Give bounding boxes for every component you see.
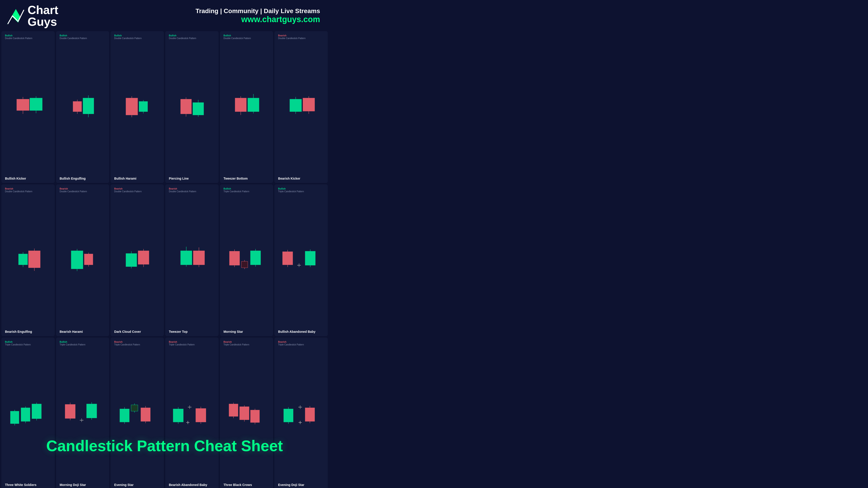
card-title: Morning Star bbox=[223, 330, 243, 333]
card-bullish-abandoned-baby: Bullish Triple Candlestick Pattern Bulli… bbox=[274, 184, 328, 336]
candle-area bbox=[114, 40, 160, 180]
svg-rect-86 bbox=[32, 404, 41, 419]
svg-rect-33 bbox=[290, 99, 302, 111]
svg-rect-80 bbox=[10, 411, 19, 424]
svg-rect-6 bbox=[30, 98, 42, 110]
card-label-type: Bullish bbox=[169, 34, 215, 37]
card-label-type: Bullish bbox=[60, 341, 106, 343]
card-label-type: Bearish bbox=[60, 188, 106, 190]
svg-rect-119 bbox=[240, 407, 249, 420]
card-label-type: Bullish bbox=[278, 188, 324, 190]
website: www.chartguys.com bbox=[195, 15, 320, 24]
card-bearish-engulfing: Bearish Double Candlestick Pattern Beari… bbox=[1, 184, 55, 336]
card-label-sub: Triple Candlestick Pattern bbox=[223, 344, 270, 346]
card-label-sub: Triple Candlestick Pattern bbox=[5, 344, 51, 346]
tagline: Trading | Community | Daily Live Streams bbox=[195, 7, 320, 15]
svg-rect-72 bbox=[283, 252, 293, 265]
svg-rect-113 bbox=[196, 409, 206, 422]
svg-rect-83 bbox=[21, 408, 30, 421]
svg-rect-30 bbox=[248, 98, 259, 111]
svg-rect-89 bbox=[65, 404, 75, 418]
card-label-sub: Double Candlestick Pattern bbox=[278, 37, 324, 39]
svg-rect-116 bbox=[229, 404, 238, 416]
candle-area bbox=[114, 347, 160, 487]
svg-rect-100 bbox=[131, 405, 138, 411]
card-piercing-line: Bullish Double Candlestick Pattern Pierc… bbox=[165, 31, 219, 183]
card-bullish-engulfing: Bullish Double Candlestick Pattern Bulli… bbox=[56, 31, 110, 183]
card-three-white-soldiers: Bullish Triple Candlestick Pattern Three… bbox=[1, 337, 55, 488]
candle-area bbox=[278, 40, 324, 180]
card-bearish-harami: Bearish Double Candlestick Pattern Beari… bbox=[56, 184, 110, 336]
card-bearish-kicker: Bearish Double Candlestick Pattern Beari… bbox=[274, 31, 328, 183]
card-label-sub: Double Candlestick Pattern bbox=[223, 37, 270, 39]
card-label-type: Bearish bbox=[114, 341, 160, 343]
svg-rect-12 bbox=[83, 98, 94, 114]
svg-rect-77 bbox=[305, 251, 315, 265]
card-dark-cloud-cover: Bearish Double Candlestick Pattern Dark … bbox=[111, 184, 164, 336]
candle-area bbox=[278, 347, 324, 487]
card-label-type: Bullish bbox=[60, 34, 106, 37]
card-evening-star: Bearish Triple Candlestick Pattern Eveni… bbox=[111, 337, 164, 488]
svg-rect-51 bbox=[126, 254, 137, 267]
svg-rect-66 bbox=[241, 261, 248, 268]
card-title: Bullish Abandoned Baby bbox=[278, 330, 315, 333]
card-title: Bearish Engulfing bbox=[5, 330, 32, 333]
logo-area: Chart Guys bbox=[7, 4, 58, 28]
candle-area bbox=[169, 40, 215, 180]
candle-area bbox=[223, 347, 270, 487]
card-label-type: Bullish bbox=[223, 188, 270, 190]
card-label-sub: Double Candlestick Pattern bbox=[5, 37, 51, 39]
svg-rect-60 bbox=[193, 251, 205, 265]
cheat-sheet-title: Candlestick Pattern Cheat Sheet bbox=[46, 437, 283, 455]
card-tweezer-top: Bearish Double Candlestick Pattern Tweez… bbox=[165, 184, 219, 336]
svg-rect-42 bbox=[29, 251, 40, 268]
card-label-type: Bearish bbox=[223, 341, 270, 343]
card-three-black-crows: Bearish Triple Candlestick Pattern Three… bbox=[220, 337, 273, 488]
svg-rect-54 bbox=[138, 251, 149, 264]
candle-area bbox=[5, 40, 51, 180]
svg-rect-36 bbox=[303, 98, 315, 111]
candle-area bbox=[5, 347, 51, 487]
card-label-type: Bearish bbox=[278, 34, 324, 37]
svg-rect-45 bbox=[71, 251, 83, 269]
candle-area bbox=[223, 194, 270, 333]
card-tweezer-bottom: Bullish Double Candlestick Pattern Tweez… bbox=[220, 31, 273, 183]
card-label-sub: Triple Candlestick Pattern bbox=[60, 344, 106, 346]
candle-area bbox=[60, 194, 106, 333]
card-label-type: Bullish bbox=[223, 34, 270, 37]
card-title: Evening Doji Star bbox=[278, 483, 304, 487]
card-label-sub: Triple Candlestick Pattern bbox=[278, 344, 324, 346]
svg-rect-103 bbox=[141, 408, 150, 421]
card-label-sub: Triple Candlestick Pattern bbox=[278, 190, 324, 193]
svg-rect-125 bbox=[284, 409, 293, 422]
card-label-sub: Double Candlestick Pattern bbox=[169, 37, 215, 39]
candle-area bbox=[169, 194, 215, 333]
card-label-sub: Double Candlestick Pattern bbox=[60, 37, 106, 39]
svg-rect-21 bbox=[181, 99, 191, 114]
card-label-sub: Triple Candlestick Pattern bbox=[169, 344, 215, 346]
candle-area bbox=[60, 347, 106, 487]
svg-rect-39 bbox=[19, 254, 28, 265]
svg-rect-15 bbox=[126, 98, 138, 115]
svg-rect-122 bbox=[250, 410, 259, 422]
card-title: Morning Doji Star bbox=[60, 483, 86, 487]
card-title: Bullish Harami bbox=[114, 177, 136, 180]
svg-rect-18 bbox=[139, 101, 148, 111]
candle-area bbox=[114, 194, 160, 333]
svg-rect-57 bbox=[181, 251, 192, 265]
card-bullish-kicker: Bullish Double Candlestick Pattern Bulli… bbox=[1, 31, 55, 183]
card-title: Three Black Crows bbox=[223, 483, 252, 487]
card-title: Bearish Harami bbox=[60, 330, 83, 333]
card-title: Bearish Kicker bbox=[278, 177, 300, 180]
tagline-area: Trading | Community | Daily Live Streams… bbox=[195, 7, 320, 24]
card-label-sub: Double Candlestick Pattern bbox=[114, 37, 160, 39]
svg-rect-9 bbox=[73, 101, 82, 111]
logo-text: Chart Guys bbox=[28, 4, 58, 28]
card-title: Tweezer Top bbox=[169, 330, 188, 333]
svg-rect-132 bbox=[305, 408, 315, 421]
card-evening-doji-star: Bearish Triple Candlestick Pattern Eveni… bbox=[274, 337, 328, 488]
header: Chart Guys Trading | Community | Daily L… bbox=[0, 0, 329, 30]
card-bullish-harami: Bullish Double Candlestick Pattern Bulli… bbox=[111, 31, 164, 183]
card-title: Bullish Kicker bbox=[5, 177, 26, 180]
svg-rect-69 bbox=[250, 251, 260, 265]
